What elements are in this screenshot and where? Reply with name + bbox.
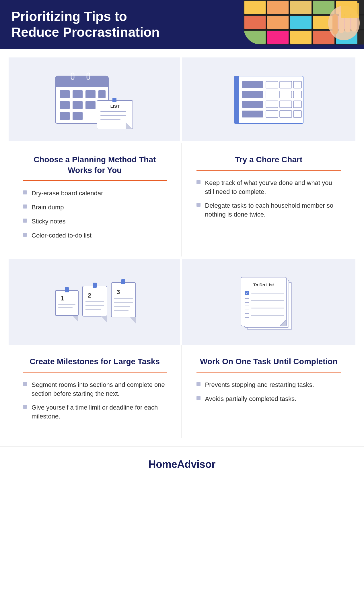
svg-rect-23: [332, 14, 338, 34]
list-item: Avoids partially completed tasks.: [196, 395, 341, 404]
todo-illustration-cell: To Do List ✓: [182, 256, 356, 345]
bullet-icon: [23, 190, 27, 194]
text-row-2: Create Milestones for Large Tasks Segmen…: [9, 345, 355, 438]
svg-text:2: 2: [88, 292, 91, 299]
section1-bullet-list: Dry-erase board calendar Brain dump Stic…: [23, 189, 167, 240]
section3-text-cell: Create Milestones for Large Tasks Segmen…: [9, 345, 182, 438]
svg-rect-78: [85, 305, 104, 306]
header-title: Prioritizing Tips to Reduce Procrastinat…: [11, 9, 178, 40]
chore-chart-illustration-cell: [182, 57, 356, 143]
svg-rect-74: [93, 283, 97, 288]
svg-rect-14: [290, 16, 312, 29]
svg-rect-19: [290, 31, 312, 44]
svg-rect-96: [251, 293, 284, 294]
svg-rect-98: [251, 300, 284, 301]
svg-rect-44: [112, 98, 116, 102]
calendar-list-svg: LIST: [52, 69, 136, 129]
svg-rect-10: [313, 1, 334, 14]
list-item: Segment rooms into sections and complete…: [23, 381, 167, 398]
svg-rect-27: [341, 3, 359, 18]
svg-marker-75: [101, 316, 107, 323]
bullet-icon: [196, 203, 201, 207]
svg-text:✓: ✓: [246, 291, 248, 295]
main-content: LIST: [0, 49, 364, 446]
bullet-icon: [196, 382, 201, 386]
svg-rect-85: [114, 302, 133, 303]
svg-rect-59: [242, 101, 263, 108]
bullet-icon: [23, 233, 27, 237]
section1-text-cell: Choose a Planning Method That Works for …: [9, 143, 182, 256]
section2-title: Try a Chore Chart: [196, 155, 341, 165]
todo-list-svg: To Do List ✓: [236, 270, 302, 333]
svg-rect-12: [244, 16, 266, 29]
section4-divider: [196, 372, 341, 373]
svg-rect-38: [73, 101, 83, 109]
svg-rect-67: [55, 290, 78, 316]
svg-rect-30: [55, 83, 108, 87]
list-item: Brain dump: [23, 203, 167, 212]
calendar-illustration-cell: LIST: [9, 57, 182, 143]
svg-marker-82: [130, 317, 136, 323]
header-image: [244, 0, 364, 45]
section4-title: Work On One Task Until Completion: [196, 356, 341, 367]
svg-rect-81: [121, 279, 125, 284]
list-item: Give yourself a time limit or deadline f…: [23, 403, 167, 421]
section1-divider: [23, 180, 167, 181]
list-item: Delegate tasks to each household member …: [196, 201, 341, 219]
svg-rect-68: [65, 287, 69, 292]
section4-bullet-list: Prevents stopping and restarting tasks. …: [196, 381, 341, 404]
svg-rect-18: [267, 31, 289, 44]
milestone-svg: 1 2 3: [50, 272, 139, 332]
section4-text-cell: Work On One Task Until Completion Preven…: [182, 345, 356, 438]
section2-bullet-list: Keep track of what you've done and what …: [196, 179, 341, 219]
svg-rect-42: [73, 112, 83, 120]
bullet-icon: [23, 405, 27, 409]
svg-rect-37: [60, 101, 70, 109]
brand-name: HomeAdvisor: [11, 458, 353, 470]
svg-rect-87: [114, 310, 129, 311]
section3-bullet-list: Segment rooms into sections and complete…: [23, 381, 167, 421]
bullet-icon: [196, 180, 201, 184]
svg-rect-86: [114, 306, 130, 307]
svg-rect-84: [114, 298, 133, 299]
svg-rect-80: [111, 283, 136, 317]
svg-rect-13: [267, 16, 289, 29]
svg-rect-51: [242, 81, 263, 88]
header: Prioritizing Tips to Reduce Procrastinat…: [0, 0, 364, 49]
section3-title: Create Milestones for Large Tasks: [23, 356, 167, 367]
list-item: Sticky notes: [23, 217, 167, 226]
section1-title: Choose a Planning Method That Works for …: [23, 155, 167, 175]
svg-rect-77: [85, 301, 104, 302]
list-item: Color-coded to-do list: [23, 231, 167, 240]
svg-marker-69: [73, 316, 78, 322]
svg-rect-17: [244, 31, 266, 44]
illustration-row-1: LIST: [9, 57, 355, 143]
svg-rect-71: [58, 304, 75, 305]
svg-rect-33: [60, 90, 70, 98]
svg-rect-72: [58, 307, 73, 308]
svg-text:1: 1: [61, 295, 64, 302]
bullet-icon: [196, 396, 201, 400]
section2-text-cell: Try a Chore Chart Keep track of what you…: [182, 143, 356, 256]
list-title: LIST: [110, 104, 120, 109]
text-row-1: Choose a Planning Method That Works for …: [9, 143, 355, 256]
svg-rect-9: [290, 1, 312, 14]
bullet-icon: [23, 382, 27, 386]
section2-divider: [196, 170, 341, 171]
svg-rect-8: [267, 1, 289, 14]
list-item: Prevents stopping and restarting tasks.: [196, 381, 341, 389]
svg-rect-55: [242, 91, 263, 98]
list-item: Dry-erase board calendar: [23, 189, 167, 198]
svg-rect-39: [85, 101, 96, 109]
sticky-notes-illustration: [244, 0, 364, 45]
bullet-icon: [23, 204, 27, 209]
svg-rect-50: [234, 76, 239, 124]
svg-rect-102: [251, 315, 284, 316]
svg-rect-34: [73, 90, 83, 98]
illustration-row-2: 1 2 3: [9, 256, 355, 345]
list-item: Keep track of what you've done and what …: [196, 179, 341, 196]
svg-rect-7: [244, 1, 266, 14]
svg-rect-46: [100, 111, 126, 112]
svg-rect-100: [251, 308, 284, 308]
svg-rect-35: [85, 90, 96, 98]
